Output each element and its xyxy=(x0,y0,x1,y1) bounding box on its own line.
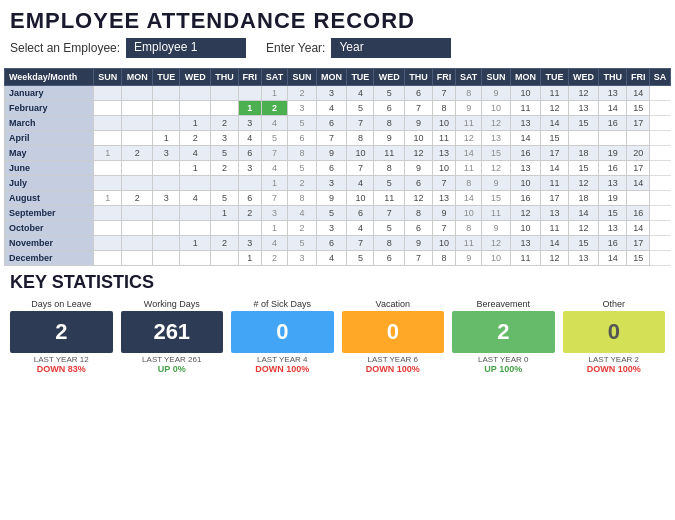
col-sun2: SUN xyxy=(288,69,316,86)
day-cell xyxy=(180,176,211,191)
day-cell xyxy=(180,221,211,236)
day-cell xyxy=(599,131,627,146)
stat-card: Bereavement 2 LAST YEAR 0 UP 100% xyxy=(452,299,555,374)
day-cell: 19 xyxy=(599,191,627,206)
day-cell: 15 xyxy=(568,236,599,251)
day-cell: 13 xyxy=(510,116,541,131)
day-cell: 14 xyxy=(541,116,568,131)
day-cell: 12 xyxy=(541,101,568,116)
day-cell: 15 xyxy=(482,191,510,206)
day-cell: 10 xyxy=(432,116,455,131)
table-row: February123456789101112131415 xyxy=(5,101,671,116)
day-cell: 15 xyxy=(627,101,650,116)
col-mon3: MON xyxy=(510,69,541,86)
day-cell xyxy=(122,236,153,251)
month-label: May xyxy=(5,146,94,161)
col-tue3: TUE xyxy=(541,69,568,86)
day-cell: 6 xyxy=(238,146,261,161)
day-cell: 1 xyxy=(261,221,287,236)
day-cell: 11 xyxy=(510,101,541,116)
month-label: April xyxy=(5,131,94,146)
day-cell: 11 xyxy=(541,221,568,236)
stat-card: Other 0 LAST YEAR 2 DOWN 100% xyxy=(563,299,666,374)
stat-label: Vacation xyxy=(376,299,410,309)
day-cell: 5 xyxy=(374,221,405,236)
stat-last-year: LAST YEAR 261 xyxy=(142,355,201,364)
attendance-table-container: Weekday/Month SUN MON TUE WED THU FRI SA… xyxy=(0,68,675,266)
day-cell: 7 xyxy=(405,101,433,116)
day-cell: 12 xyxy=(568,86,599,101)
day-cell: 3 xyxy=(288,101,316,116)
day-cell: 9 xyxy=(482,86,510,101)
day-cell: 3 xyxy=(238,116,261,131)
day-cell: 7 xyxy=(261,191,287,206)
stat-label: Bereavement xyxy=(476,299,530,309)
employee-input-group: Select an Employee: Employee 1 xyxy=(10,38,246,58)
stat-value: 0 xyxy=(563,311,666,353)
day-cell xyxy=(153,116,180,131)
day-cell: 7 xyxy=(432,176,455,191)
month-label: February xyxy=(5,101,94,116)
day-cell xyxy=(122,251,153,266)
day-cell: 6 xyxy=(405,221,433,236)
day-cell: 14 xyxy=(599,101,627,116)
day-cell: 2 xyxy=(122,191,153,206)
stat-pct: UP 0% xyxy=(158,364,186,374)
day-cell: 9 xyxy=(405,236,433,251)
day-cell: 12 xyxy=(541,251,568,266)
stat-pct: DOWN 83% xyxy=(37,364,86,374)
stat-value: 2 xyxy=(452,311,555,353)
day-cell: 6 xyxy=(316,236,347,251)
day-cell: 15 xyxy=(482,146,510,161)
day-cell: 4 xyxy=(261,161,287,176)
day-cell: 7 xyxy=(347,236,374,251)
month-label: March xyxy=(5,116,94,131)
col-thu3: THU xyxy=(599,69,627,86)
day-cell: 11 xyxy=(374,191,405,206)
col-sun1: SUN xyxy=(94,69,122,86)
day-cell: 5 xyxy=(316,206,347,221)
day-cell: 4 xyxy=(288,206,316,221)
day-cell: 19 xyxy=(599,146,627,161)
day-cell: 17 xyxy=(627,116,650,131)
day-cell: 5 xyxy=(261,131,287,146)
employee-input[interactable]: Employee 1 xyxy=(126,38,246,58)
day-cell: 14 xyxy=(510,131,541,146)
day-cell xyxy=(94,101,122,116)
day-cell: 12 xyxy=(482,116,510,131)
stat-pct: DOWN 100% xyxy=(255,364,309,374)
day-cell: 14 xyxy=(627,86,650,101)
stats-title: KEY STATISTICS xyxy=(10,272,665,293)
year-input[interactable]: Year xyxy=(331,38,451,58)
stat-last-year: LAST YEAR 12 xyxy=(34,355,89,364)
day-cell: 10 xyxy=(405,131,433,146)
day-cell: 10 xyxy=(510,86,541,101)
day-cell: 6 xyxy=(347,206,374,221)
day-cell: 12 xyxy=(405,191,433,206)
day-cell: 1 xyxy=(94,146,122,161)
day-cell: 13 xyxy=(568,251,599,266)
day-cell: 9 xyxy=(405,161,433,176)
day-cell: 9 xyxy=(482,221,510,236)
day-cell: 11 xyxy=(482,206,510,221)
day-cell xyxy=(94,176,122,191)
day-cell: 17 xyxy=(627,161,650,176)
day-cell xyxy=(627,131,650,146)
day-cell xyxy=(627,191,650,206)
day-cell xyxy=(153,221,180,236)
stat-last-year: LAST YEAR 4 xyxy=(257,355,307,364)
day-cell xyxy=(153,251,180,266)
day-cell: 1 xyxy=(180,161,211,176)
day-cell: 7 xyxy=(316,131,347,146)
day-cell xyxy=(153,161,180,176)
day-cell: 14 xyxy=(541,236,568,251)
day-cell: 9 xyxy=(374,131,405,146)
table-row: December123456789101112131415 xyxy=(5,251,671,266)
day-cell: 12 xyxy=(482,161,510,176)
day-cell: 6 xyxy=(288,131,316,146)
day-cell: 3 xyxy=(316,221,347,236)
day-cell: 13 xyxy=(510,236,541,251)
day-cell: 9 xyxy=(432,206,455,221)
day-cell: 14 xyxy=(627,176,650,191)
day-cell: 2 xyxy=(211,161,239,176)
